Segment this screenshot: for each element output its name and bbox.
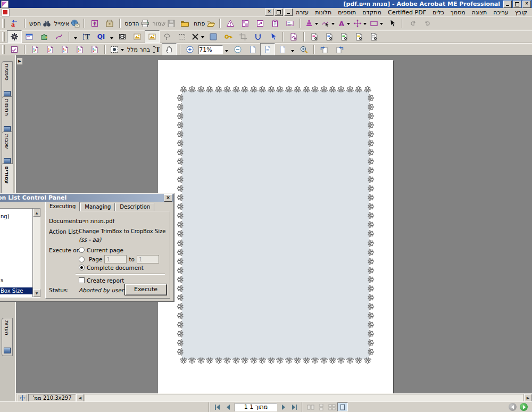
execute-button[interactable]: Execute — [124, 284, 167, 295]
pane-expand-button[interactable]: ▶ — [16, 57, 23, 65]
hand-tool-button[interactable] — [162, 43, 177, 56]
sidebar-tab-bookmarks[interactable]: סימניות — [2, 61, 13, 100]
save-button[interactable]: שמור — [151, 17, 177, 30]
action-list-yellow-button[interactable] — [352, 30, 367, 43]
action-list-item[interactable]: ng) — [0, 213, 32, 220]
first-page-button[interactable] — [212, 402, 223, 411]
crop-tool-button[interactable] — [236, 30, 251, 43]
cut-dropdown-arrow[interactable] — [201, 36, 204, 40]
action-list-white-button[interactable] — [367, 30, 381, 43]
menu-document[interactable]: מסמך — [447, 9, 469, 16]
clipboard-button[interactable] — [268, 17, 282, 30]
touchup-dropdown-arrow[interactable] — [74, 37, 77, 41]
pitstop-edit-button[interactable] — [286, 30, 301, 43]
restore-button[interactable] — [513, 1, 521, 8]
search-button[interactable]: חפש — [28, 17, 53, 30]
color-swatch-button[interactable] — [206, 30, 221, 43]
zoom-in-button[interactable] — [182, 43, 197, 56]
pointer-tool-button[interactable] — [265, 30, 280, 43]
touchup-text-button[interactable]: T — [79, 30, 94, 43]
page-to-input[interactable] — [137, 255, 159, 263]
profile-doc-3-button[interactable] — [57, 43, 72, 56]
lasso-tool-button[interactable] — [160, 30, 174, 43]
page-from-input[interactable] — [104, 255, 127, 263]
preferences-button[interactable] — [7, 30, 22, 43]
menu-window[interactable]: חלונות — [312, 9, 335, 16]
action-list-listbox[interactable]: ng) s Box Size ▲ ▼ — [0, 208, 40, 298]
open-button[interactable]: פתח — [192, 17, 217, 30]
doc-minimize-button[interactable] — [284, 9, 293, 16]
action-list-green-button[interactable] — [337, 30, 352, 43]
snapshot-dropdown-arrow[interactable] — [121, 49, 124, 53]
u-turn-tool-button[interactable] — [251, 30, 265, 43]
open-attach-button[interactable] — [177, 17, 192, 30]
fit-dropdown-arrow[interactable] — [291, 50, 294, 54]
quark-import-button[interactable]: QI — [94, 30, 109, 43]
actual-size-button[interactable] — [275, 43, 290, 56]
menu-help[interactable]: עזרה — [293, 9, 312, 16]
preflight-warning-button[interactable] — [223, 17, 238, 30]
tab-description[interactable]: Description — [115, 203, 154, 211]
distribute-tool-button[interactable] — [352, 17, 368, 30]
doc-close-button[interactable]: × — [265, 9, 273, 16]
last-page-button[interactable] — [289, 402, 300, 411]
page-range-radio[interactable] — [79, 257, 85, 262]
rtl-text-direction-button[interactable]: a — [7, 17, 22, 30]
window-options-button[interactable] — [22, 30, 37, 43]
image-tool-button[interactable] — [130, 30, 145, 43]
toolbar-grip[interactable] — [2, 45, 5, 54]
scrollbar-up-button[interactable]: ▲ — [33, 209, 40, 217]
tab-managing[interactable]: Managing — [80, 203, 115, 211]
rectangle-tool-button[interactable] — [368, 17, 385, 30]
listbox-scrollbar[interactable]: ▲ ▼ — [32, 209, 40, 297]
next-page-button[interactable] — [278, 402, 289, 411]
menu-plugins[interactable]: תוספים — [335, 9, 359, 16]
facing-pages-button[interactable] — [305, 402, 316, 411]
doc-restore-button[interactable] — [275, 9, 283, 16]
sidebar-tab-layers[interactable]: שכבות — [2, 131, 13, 167]
menu-tools[interactable]: כלים — [429, 9, 447, 16]
create-report-checkbox[interactable] — [79, 277, 85, 283]
select-text-button[interactable]: בחר מלל T — [126, 43, 162, 56]
current-page-radio[interactable] — [79, 247, 85, 253]
movie-tool-button[interactable] — [115, 30, 130, 43]
form-field-button[interactable] — [282, 17, 297, 30]
resize-page-button[interactable] — [253, 17, 268, 30]
text-comment-button[interactable]: A — [336, 17, 352, 30]
toolbar-grip[interactable] — [2, 19, 5, 28]
zoom-tool-button[interactable] — [296, 43, 311, 56]
rotate-right-button[interactable] — [332, 43, 347, 56]
close-button[interactable]: × — [522, 1, 531, 8]
fit-width-button[interactable] — [260, 43, 275, 56]
plugin-button[interactable] — [37, 30, 52, 43]
pencil-comment-button[interactable] — [320, 17, 336, 30]
sidebar-tab-signatures[interactable]: חתימות — [2, 96, 13, 135]
zoom-dropdown-arrow[interactable] — [225, 50, 228, 54]
organizer-button[interactable] — [102, 17, 117, 30]
link-key-button[interactable] — [221, 30, 236, 43]
undo-button[interactable] — [420, 17, 435, 30]
pencil-dropdown-arrow[interactable] — [331, 23, 335, 27]
continuous-facing-button[interactable] — [327, 402, 337, 411]
next-view-button[interactable] — [520, 403, 528, 411]
horizontal-scrollbar-track[interactable] — [85, 394, 523, 402]
menu-view[interactable]: תצוגה — [469, 9, 490, 16]
scrollbar-down-button[interactable]: ▼ — [33, 289, 40, 297]
profile-doc-4-button[interactable] — [72, 43, 87, 56]
email-button[interactable]: אימייל — [53, 17, 81, 30]
scroll-right-button[interactable]: ▶ — [524, 394, 532, 402]
rectangle-dropdown-arrow[interactable] — [380, 23, 383, 27]
swoosh-tool-button[interactable] — [52, 30, 66, 43]
dialog-close-button[interactable]: × — [164, 194, 172, 202]
select-tool-button[interactable] — [385, 17, 400, 30]
action-list-item[interactable]: s — [0, 277, 32, 284]
redo-button[interactable] — [405, 17, 420, 30]
fit-page-button[interactable] — [245, 43, 260, 56]
cut-tool-button[interactable] — [189, 30, 206, 43]
page-size-button[interactable] — [18, 394, 27, 402]
zoom-out-button[interactable] — [230, 43, 245, 56]
page-number-input[interactable] — [235, 403, 277, 411]
print-button[interactable]: הדפס — [123, 17, 151, 30]
certified-pdf-button[interactable] — [7, 43, 22, 56]
toolbar-grip[interactable] — [2, 32, 5, 42]
